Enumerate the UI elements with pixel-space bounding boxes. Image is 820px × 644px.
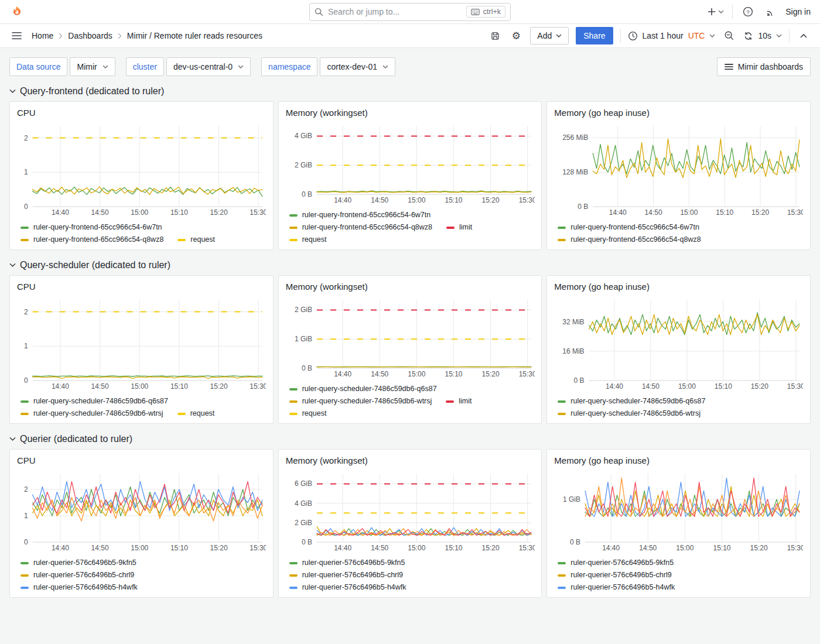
svg-text:0 B: 0 B <box>302 190 312 198</box>
dashboard-settings-button[interactable]: ⚙ <box>509 28 523 44</box>
panel-title[interactable]: Memory (go heap inuse) <box>554 280 803 293</box>
panel-title[interactable]: CPU <box>17 280 266 293</box>
time-series-chart[interactable]: 0 B16 MiB32 MiB14:4014:5015:0015:1015:20… <box>554 294 803 392</box>
legend-item[interactable]: ruler-query-scheduler-7486c59db6-wtrsj <box>289 395 432 407</box>
svg-text:14:40: 14:40 <box>334 544 351 552</box>
mimir-dashboards-button[interactable]: Mimir dashboards <box>717 57 811 76</box>
panel-legend: ruler-querier-576c6496b5-9kfn5ruler-quer… <box>554 554 803 594</box>
svg-text:1: 1 <box>24 342 28 350</box>
time-series-chart[interactable]: 01214:4014:5015:0015:1015:2015:30 <box>17 468 266 554</box>
legend-label: ruler-query-frontend-65cc966c54-q8wz8 <box>302 221 432 234</box>
legend-label: ruler-query-scheduler-7486c59db6-wtrsj <box>302 395 432 407</box>
legend-item[interactable]: ruler-querier-576c6496b5-h4wfk <box>289 581 406 594</box>
svg-text:15:20: 15:20 <box>750 544 768 552</box>
legend-item[interactable]: ruler-query-frontend-65cc966c54-6w7tn <box>20 221 162 234</box>
panel-legend: ruler-query-scheduler-7486c59db6-q6s87ru… <box>286 380 535 420</box>
legend-item[interactable]: limit <box>446 221 472 234</box>
legend-item[interactable]: request <box>289 407 327 420</box>
legend-item[interactable]: ruler-querier-576c6496b5-chrl9 <box>20 569 134 581</box>
legend-swatch <box>177 239 186 241</box>
breadcrumb-chevron-icon <box>59 33 63 39</box>
news-button[interactable] <box>763 4 777 20</box>
panel-title[interactable]: CPU <box>17 107 266 119</box>
help-button[interactable]: ? <box>741 4 755 20</box>
breadcrumb-item: Mimir / Remote ruler reads resources <box>127 31 262 40</box>
row-title: Query-frontend (dedicated to ruler) <box>20 86 164 97</box>
legend-item[interactable]: ruler-querier-576c6496b5-9kfn5 <box>289 557 405 569</box>
panel-title[interactable]: Memory (workingset) <box>286 107 535 119</box>
svg-text:2: 2 <box>24 308 28 316</box>
svg-text:0 B: 0 B <box>302 364 312 372</box>
row-header[interactable]: Query-scheduler (dedicated to ruler) <box>9 250 811 275</box>
legend-item[interactable]: ruler-querier-576c6496b5-9kfn5 <box>558 557 674 569</box>
legend-swatch <box>289 413 298 415</box>
search-input[interactable]: Search or jump to... ctrl+k <box>309 3 511 21</box>
time-series-chart[interactable]: 0 B1 GiB2 GiB14:4014:5015:0015:1015:2015… <box>286 294 535 380</box>
panel: CPU 01214:4014:5015:0015:1015:2015:30 ru… <box>9 101 274 250</box>
add-panel-button[interactable]: Add <box>530 27 569 44</box>
time-series-chart[interactable]: 0 B2 GiB4 GiB14:4014:5015:0015:1015:2015… <box>286 121 535 206</box>
panel-legend: ruler-querier-576c6496b5-9kfn5ruler-quer… <box>286 554 535 594</box>
panel-title[interactable]: Memory (workingset) <box>286 280 535 293</box>
collapse-toolbar-button[interactable] <box>797 28 811 44</box>
chart-canvas: 0 B1 GiB2 GiB14:4014:5015:0015:1015:2015… <box>286 294 535 380</box>
breadcrumb-item[interactable]: Home <box>32 31 53 40</box>
legend-item[interactable]: ruler-query-scheduler-7486c59db6-wtrsj <box>20 407 163 420</box>
legend-item[interactable]: limit <box>446 395 472 407</box>
dashboard-toolbar: HomeDashboardsMimir / Remote ruler reads… <box>0 24 820 48</box>
svg-text:15:30: 15:30 <box>787 544 803 552</box>
legend-item[interactable]: ruler-query-scheduler-7486c59db6-q6s87 <box>289 383 437 395</box>
legend-item[interactable]: ruler-query-frontend-65cc966c54-6w7tn <box>289 209 431 221</box>
svg-text:15:10: 15:10 <box>716 208 734 217</box>
legend-item[interactable]: ruler-query-scheduler-7486c59db6-q6s87 <box>558 395 705 407</box>
legend-item[interactable]: ruler-querier-576c6496b5-h4wfk <box>20 581 138 594</box>
panel-title[interactable]: Memory (workingset) <box>286 454 535 467</box>
svg-text:15:30: 15:30 <box>787 382 803 390</box>
legend-item[interactable]: ruler-querier-576c6496b5-chrl9 <box>289 569 403 581</box>
svg-text:15:00: 15:00 <box>131 544 148 552</box>
legend-item[interactable]: ruler-query-frontend-65cc966c54-6w7tn <box>558 221 699 234</box>
clock-icon <box>628 31 638 41</box>
variable-value-dropdown[interactable]: dev-us-central-0 <box>166 57 251 76</box>
zoom-out-button[interactable] <box>722 28 736 44</box>
time-series-chart[interactable]: 01214:4014:5015:0015:1015:2015:30 <box>17 294 266 392</box>
save-dashboard-button[interactable] <box>488 28 502 44</box>
panel-title[interactable]: CPU <box>17 454 266 467</box>
share-button[interactable]: Share <box>576 27 613 44</box>
panel-title[interactable]: Memory (go heap inuse) <box>554 107 803 119</box>
legend-item[interactable]: ruler-query-frontend-65cc966c54-q8wz8 <box>558 234 701 246</box>
chevron-down-icon <box>556 34 562 38</box>
variable-value-dropdown[interactable]: Mimir <box>70 57 115 76</box>
time-series-chart[interactable]: 0 B1 GiB14:4014:5015:0015:1015:2015:30 <box>554 468 803 554</box>
time-series-chart[interactable]: 01214:4014:5015:0015:1015:2015:30 <box>17 121 266 218</box>
legend-item[interactable]: ruler-querier-576c6496b5-h4wfk <box>558 581 675 594</box>
legend-item[interactable]: ruler-query-scheduler-7486c59db6-wtrsj <box>558 407 701 420</box>
variable-value-dropdown[interactable]: cortex-dev-01 <box>320 57 395 76</box>
legend-item[interactable]: request <box>177 407 215 420</box>
sign-in-button[interactable]: Sign in <box>785 7 811 16</box>
row-header[interactable]: Query-frontend (dedicated to ruler) <box>9 76 811 101</box>
time-series-chart[interactable]: 0 B128 MiB256 MiB14:4014:5015:0015:1015:… <box>554 121 803 218</box>
legend-item[interactable]: ruler-query-scheduler-7486c59db6-q6s87 <box>20 395 168 407</box>
time-range-picker[interactable]: Last 1 hour UTC <box>628 31 716 41</box>
legend-item[interactable]: request <box>177 234 215 246</box>
legend-item[interactable]: ruler-querier-576c6496b5-9kfn5 <box>20 557 136 569</box>
breadcrumb-item[interactable]: Dashboards <box>68 31 112 40</box>
panel-title[interactable]: Memory (go heap inuse) <box>554 454 803 467</box>
legend-swatch <box>20 413 29 415</box>
legend-item[interactable]: ruler-querier-576c6496b5-chrl9 <box>558 569 671 581</box>
legend-swatch <box>558 574 566 577</box>
new-button[interactable] <box>707 4 724 20</box>
svg-text:0 B: 0 B <box>570 538 580 546</box>
menu-button[interactable] <box>9 28 23 44</box>
svg-text:15:20: 15:20 <box>481 196 499 204</box>
refresh-picker[interactable]: 10s <box>743 31 782 41</box>
legend-item[interactable]: ruler-query-frontend-65cc966c54-q8wz8 <box>20 234 163 246</box>
svg-text:15:30: 15:30 <box>250 382 266 390</box>
time-series-chart[interactable]: 0 B2 GiB4 GiB6 GiB14:4014:5015:0015:1015… <box>286 468 535 554</box>
legend-item[interactable]: request <box>289 234 327 246</box>
row-header[interactable]: Querier (dedicated to ruler) <box>9 424 811 448</box>
legend-swatch <box>289 214 298 217</box>
grafana-logo[interactable] <box>9 4 25 19</box>
legend-item[interactable]: ruler-query-frontend-65cc966c54-q8wz8 <box>289 221 432 234</box>
